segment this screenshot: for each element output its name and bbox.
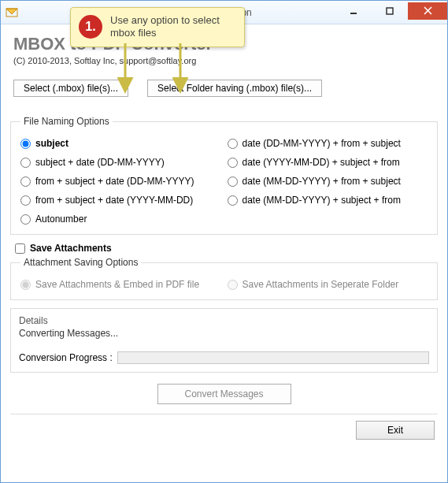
file-naming-radio[interactable] [20,214,31,225]
file-naming-radio[interactable] [20,195,31,206]
svg-rect-3 [387,8,393,14]
attach-embed-label: Save Attachments & Embed in PDF file [35,279,199,290]
file-naming-option[interactable]: Autonumber [20,214,221,225]
divider [10,414,438,414]
file-naming-label: from + subject + date (DD-MM-YYYY) [35,176,194,187]
details-legend: Details [19,315,429,326]
select-folder-button[interactable]: Select Folder having (.mbox) file(s)... [147,80,322,97]
file-naming-option[interactable]: from + subject + date (DD-MM-YYYY) [20,176,221,187]
maximize-button[interactable] [372,2,408,20]
file-naming-label: from + subject + date (YYYY-MM-DD) [35,195,193,206]
app-icon [6,6,18,19]
file-naming-label: date (MM-DD-YYYY) + subject + from [243,195,401,206]
attach-embed-radio [20,280,31,290]
file-naming-radio[interactable] [20,176,31,187]
select-row: Select (.mbox) file(s)... Select Folder … [13,80,438,97]
file-naming-label: subject [35,138,68,149]
callout-text: Use any option to select mbox files [110,14,236,40]
minimize-button[interactable] [335,2,372,20]
progress-row: Conversion Progress : [19,351,429,364]
file-naming-radio[interactable] [228,139,238,149]
file-naming-legend: File Naming Options [20,116,113,127]
file-naming-label: subject + date (DD-MM-YYYY) [35,157,165,168]
file-naming-radio[interactable] [20,139,31,149]
callout-number: 1. [79,15,102,39]
file-naming-option[interactable]: subject + date (DD-MM-YYYY) [20,157,221,168]
attach-separate-option: Save Attachments in Seperate Folder [228,279,428,290]
help-callout: 1. Use any option to select mbox files [70,7,245,47]
convert-button[interactable]: Convert Messages [157,384,291,404]
file-naming-radio[interactable] [20,158,31,168]
details-box: Details Converting Messages... Conversio… [10,308,438,373]
attachment-options-grid: Save Attachments & Embed in PDF file Sav… [20,279,428,290]
converting-text: Converting Messages... [19,328,429,339]
callout-box: 1. Use any option to select mbox files [70,7,245,47]
file-naming-radio[interactable] [228,176,238,187]
attach-embed-option: Save Attachments & Embed in PDF file [20,279,221,290]
window-controls [335,2,447,20]
save-attachments-checkbox[interactable] [15,243,25,254]
progress-bar [117,351,429,364]
file-naming-option[interactable]: date (DD-MM-YYYY) + from + subject [228,138,428,149]
file-naming-label: date (YYYY-MM-DD) + subject + from [243,157,400,168]
exit-row: Exit [10,421,438,440]
convert-row: Convert Messages [10,384,438,404]
exit-button[interactable]: Exit [356,421,435,440]
select-mbox-button[interactable]: Select (.mbox) file(s)... [13,80,128,97]
file-naming-option[interactable]: date (MM-DD-YYYY) + subject + from [228,195,428,206]
close-button[interactable] [408,2,447,20]
file-naming-option[interactable]: date (MM-DD-YYYY) + from + subject [228,176,428,187]
svg-rect-2 [350,13,357,14]
file-naming-fieldset: File Naming Options subjectdate (DD-MM-Y… [10,116,438,235]
file-naming-option[interactable]: from + subject + date (YYYY-MM-DD) [20,195,221,206]
file-naming-grid: subjectdate (DD-MM-YYYY) + from + subjec… [20,138,428,225]
attachment-options-fieldset: Attachment Saving Options Save Attachmen… [10,257,438,300]
copyright-text: (C) 2010-2013, Softlay Inc, support@soft… [13,56,438,65]
app-window: 0 - Licensed Version MBOX to PDF Convert… [0,0,448,483]
file-naming-label: date (DD-MM-YYYY) + from + subject [243,138,401,149]
save-attachments-row[interactable]: Save Attachments [15,243,438,254]
file-naming-radio[interactable] [228,158,238,168]
svg-marker-0 [6,9,17,14]
attachment-options-legend: Attachment Saving Options [20,257,141,268]
progress-label: Conversion Progress : [19,352,113,363]
file-naming-option[interactable]: subject [20,138,221,149]
attach-separate-radio [228,280,238,290]
client-area: MBOX to PDF Converter (C) 2010-2013, Sof… [1,24,447,482]
file-naming-label: date (MM-DD-YYYY) + from + subject [243,176,401,187]
file-naming-radio[interactable] [228,195,238,206]
file-naming-option[interactable]: date (YYYY-MM-DD) + subject + from [228,157,428,168]
file-naming-label: Autonumber [35,214,87,225]
save-attachments-label: Save Attachments [30,243,112,254]
attach-separate-label: Save Attachments in Seperate Folder [243,279,399,290]
